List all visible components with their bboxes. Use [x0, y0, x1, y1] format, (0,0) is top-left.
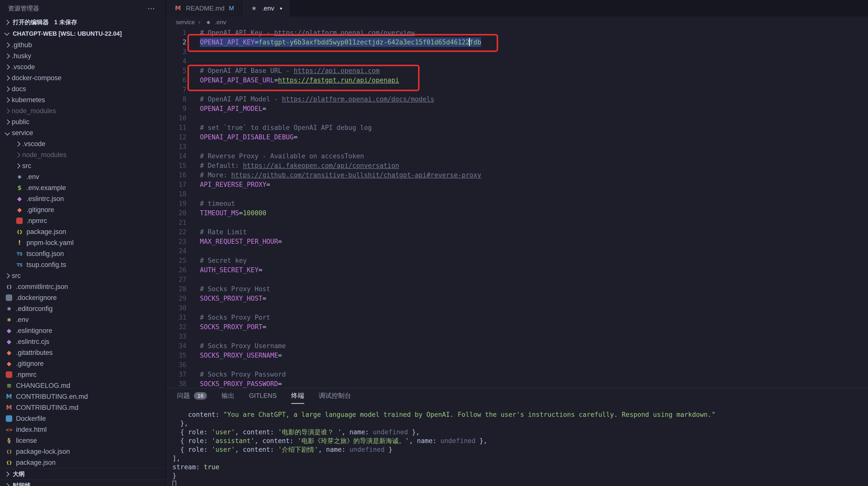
- tree-file-.gitignore[interactable]: ◆.gitignore: [0, 358, 165, 369]
- tree-file-package.json[interactable]: {}package.json: [0, 457, 165, 468]
- tree-file-.eslintignore[interactable]: ◆.eslintignore: [0, 325, 165, 336]
- line-number[interactable]: 16: [166, 170, 191, 180]
- tab-README.md[interactable]: MREADME.mdM: [166, 0, 242, 17]
- breadcrumb[interactable]: service›∗.env: [166, 17, 868, 28]
- tree-file-index.html[interactable]: <>index.html: [0, 424, 165, 435]
- line-number[interactable]: 15: [166, 161, 191, 170]
- code-line-6[interactable]: 6OPENAI_API_BASE_URL=https://fastgpt.run…: [166, 76, 868, 85]
- line-number[interactable]: 8: [166, 94, 191, 104]
- code-line-20[interactable]: 20TIMEOUT_MS=100000: [166, 208, 868, 218]
- tree-file-.env.example[interactable]: $.env.example: [0, 182, 165, 193]
- breadcrumb-item-.env[interactable]: .env: [215, 19, 226, 26]
- tree-file-package-lock.json[interactable]: {}package-lock.json: [0, 446, 165, 457]
- code-line-3[interactable]: 3: [166, 47, 868, 56]
- line-number[interactable]: 13: [166, 142, 191, 151]
- breadcrumb-item-service[interactable]: service: [176, 19, 195, 26]
- line-number[interactable]: 5: [166, 66, 191, 76]
- outline-section[interactable]: 大纲: [0, 468, 165, 480]
- tree-file-.gitattributes[interactable]: ◆.gitattributes: [0, 347, 165, 358]
- code-line-5[interactable]: 5# OpenAI API Base URL - https://api.ope…: [166, 66, 868, 76]
- line-number[interactable]: 1: [166, 28, 191, 37]
- code-line-35[interactable]: 35SOCKS_PROXY_USERNAME=: [166, 351, 868, 360]
- tree-file-.gitignore[interactable]: ◆.gitignore: [0, 204, 165, 215]
- tree-file-.commitlintrc.json[interactable]: {}.commitlintrc.json: [0, 281, 165, 292]
- line-number[interactable]: 12: [166, 132, 191, 142]
- tree-file-Dockerfile[interactable]: Dockerfile: [0, 413, 165, 424]
- code-line-28[interactable]: 28# Socks Proxy Host: [166, 284, 868, 294]
- line-number[interactable]: 3: [166, 47, 191, 56]
- tree-file-.env[interactable]: ∗.env: [0, 314, 165, 325]
- code-line-27[interactable]: 27: [166, 275, 868, 284]
- code-line-34[interactable]: 34# Socks Proxy Username: [166, 341, 868, 351]
- code-line-7[interactable]: 7: [166, 85, 868, 94]
- line-number[interactable]: 31: [166, 313, 191, 322]
- tab-.env[interactable]: ∗.env●: [242, 0, 290, 17]
- line-number[interactable]: 32: [166, 322, 191, 332]
- tree-file-.env[interactable]: ∗.env: [0, 171, 165, 182]
- tree-file-CHANGELOG.md[interactable]: ≡CHANGELOG.md: [0, 380, 165, 391]
- code-line-24[interactable]: 24: [166, 246, 868, 256]
- line-number[interactable]: 28: [166, 284, 191, 294]
- code-line-38[interactable]: 38SOCKS_PROXY_PASSWORD=: [166, 379, 868, 388]
- tree-file-.editorconfig[interactable]: ∗.editorconfig: [0, 303, 165, 314]
- code-line-26[interactable]: 26AUTH_SECRET_KEY=: [166, 265, 868, 275]
- tree-folder-src[interactable]: src: [0, 160, 165, 171]
- line-number[interactable]: 34: [166, 341, 191, 351]
- tree-file-.dockerignore[interactable]: .dockerignore: [0, 292, 165, 303]
- line-number[interactable]: 23: [166, 237, 191, 246]
- line-number[interactable]: 11: [166, 123, 191, 132]
- tree-folder-.vscode[interactable]: .vscode: [0, 138, 165, 149]
- code-line-29[interactable]: 29SOCKS_PROXY_HOST=: [166, 294, 868, 303]
- line-number[interactable]: 19: [166, 199, 191, 208]
- code-line-2[interactable]: 2OPENAI_API_KEY=fastgpt-y6b3axfbdd5wyp01…: [166, 37, 868, 47]
- timeline-section[interactable]: 时间线: [0, 480, 165, 486]
- line-number[interactable]: 29: [166, 294, 191, 303]
- tree-folder-kubernetes[interactable]: kubernetes: [0, 94, 165, 105]
- panel-tab-终端[interactable]: 终端: [291, 388, 304, 404]
- code-line-21[interactable]: 21: [166, 218, 868, 227]
- line-number[interactable]: 6: [166, 76, 191, 85]
- line-number[interactable]: 37: [166, 370, 191, 379]
- line-number[interactable]: 14: [166, 151, 191, 161]
- tree-folder-.vscode[interactable]: .vscode: [0, 61, 165, 73]
- line-number[interactable]: 27: [166, 275, 191, 284]
- code-line-9[interactable]: 9OPENAI_API_MODEL=: [166, 104, 868, 113]
- more-actions-icon[interactable]: ⋯: [148, 4, 155, 13]
- line-number[interactable]: 2: [166, 37, 191, 47]
- tree-folder-node_modules[interactable]: node_modules: [0, 149, 165, 160]
- line-number[interactable]: 22: [166, 227, 191, 237]
- code-line-32[interactable]: 32SOCKS_PROXY_PORT=: [166, 322, 868, 332]
- tree-file-.eslintrc.cjs[interactable]: ◆.eslintrc.cjs: [0, 336, 165, 347]
- line-number[interactable]: 21: [166, 218, 191, 227]
- code-line-8[interactable]: 8# OpenAI API Model - https://platform.o…: [166, 94, 868, 104]
- line-number[interactable]: 38: [166, 379, 191, 388]
- panel-tab-问题[interactable]: 问题16: [177, 388, 207, 404]
- code-line-30[interactable]: 30: [166, 303, 868, 313]
- tree-file-package.json[interactable]: {}package.json: [0, 226, 165, 237]
- panel-tab-GITLENS[interactable]: GITLENS: [249, 388, 277, 404]
- line-number[interactable]: 7: [166, 85, 191, 94]
- line-number[interactable]: 35: [166, 351, 191, 360]
- code-line-25[interactable]: 25# Secret key: [166, 256, 868, 265]
- project-section-header[interactable]: CHATGPT-WEB [WSL: UBUNTU-22.04]: [0, 28, 165, 39]
- dirty-indicator-icon[interactable]: ●: [280, 6, 282, 11]
- code-line-1[interactable]: 1# OpenAI API Key - https://platform.ope…: [166, 28, 868, 37]
- tree-file-pnpm-lock.yaml[interactable]: !pnpm-lock.yaml: [0, 237, 165, 248]
- line-number[interactable]: 30: [166, 303, 191, 313]
- line-number[interactable]: 24: [166, 246, 191, 256]
- line-number[interactable]: 33: [166, 332, 191, 341]
- code-line-37[interactable]: 37# Socks Proxy Password: [166, 370, 868, 379]
- line-number[interactable]: 25: [166, 256, 191, 265]
- tree-file-.npmrc[interactable]: .npmrc: [0, 369, 165, 380]
- tree-file-tsup.config.ts[interactable]: TStsup.config.ts: [0, 259, 165, 270]
- line-number[interactable]: 18: [166, 189, 191, 199]
- code-line-19[interactable]: 19# timeout: [166, 199, 868, 208]
- line-number[interactable]: 4: [166, 56, 191, 66]
- tree-folder-docker-compose[interactable]: docker-compose: [0, 73, 165, 83]
- tree-file-CONTRIBUTING.md[interactable]: MCONTRIBUTING.md: [0, 402, 165, 413]
- tree-folder-docs[interactable]: docs: [0, 83, 165, 94]
- line-number[interactable]: 10: [166, 113, 191, 123]
- line-number[interactable]: 36: [166, 360, 191, 370]
- panel-tab-输出[interactable]: 输出: [221, 388, 234, 404]
- tree-folder-.husky[interactable]: .husky: [0, 51, 165, 61]
